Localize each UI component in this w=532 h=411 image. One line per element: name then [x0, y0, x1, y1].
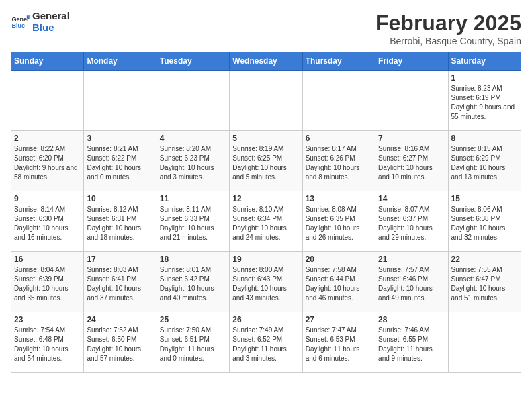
day-number: 23 — [14, 315, 81, 324]
day-info: Sunrise: 8:01 AM Sunset: 6:42 PM Dayligh… — [160, 265, 226, 303]
day-number: 3 — [87, 134, 153, 143]
logo-blue: Blue — [32, 22, 70, 34]
day-info: Sunrise: 8:07 AM Sunset: 6:37 PM Dayligh… — [378, 205, 445, 242]
col-header-wednesday: Wednesday — [230, 52, 302, 71]
day-info: Sunrise: 7:54 AM Sunset: 6:48 PM Dayligh… — [14, 326, 81, 363]
calendar-cell: 22Sunrise: 7:55 AM Sunset: 6:47 PM Dayli… — [448, 252, 521, 312]
day-number: 1 — [451, 73, 518, 83]
day-number: 2 — [14, 134, 81, 143]
day-info: Sunrise: 7:58 AM Sunset: 6:44 PM Dayligh… — [306, 265, 372, 303]
day-number: 24 — [87, 315, 153, 324]
calendar-cell: 15Sunrise: 8:06 AM Sunset: 6:38 PM Dayli… — [448, 191, 521, 252]
col-header-thursday: Thursday — [302, 52, 375, 71]
day-number: 13 — [306, 194, 372, 203]
calendar-cell — [157, 71, 229, 131]
day-number: 6 — [306, 134, 372, 143]
day-info: Sunrise: 8:00 AM Sunset: 6:43 PM Dayligh… — [232, 265, 299, 303]
col-header-monday: Monday — [84, 52, 157, 71]
day-number: 5 — [232, 134, 299, 143]
calendar-cell: 26Sunrise: 7:49 AM Sunset: 6:52 PM Dayli… — [230, 312, 302, 373]
calendar-week-row: 23Sunrise: 7:54 AM Sunset: 6:48 PM Dayli… — [11, 312, 521, 373]
day-info: Sunrise: 8:15 AM Sunset: 6:29 PM Dayligh… — [451, 144, 518, 182]
day-number: 26 — [232, 315, 299, 324]
calendar-cell: 23Sunrise: 7:54 AM Sunset: 6:48 PM Dayli… — [11, 312, 84, 373]
day-info: Sunrise: 8:21 AM Sunset: 6:22 PM Dayligh… — [87, 144, 153, 182]
day-info: Sunrise: 8:16 AM Sunset: 6:27 PM Dayligh… — [378, 144, 445, 182]
day-info: Sunrise: 8:03 AM Sunset: 6:41 PM Dayligh… — [87, 265, 153, 303]
day-info: Sunrise: 8:10 AM Sunset: 6:34 PM Dayligh… — [232, 205, 299, 242]
calendar-cell — [375, 71, 448, 131]
calendar-cell: 2Sunrise: 8:22 AM Sunset: 6:20 PM Daylig… — [11, 131, 84, 191]
day-number: 16 — [14, 255, 81, 264]
calendar-header-row: SundayMondayTuesdayWednesdayThursdayFrid… — [11, 52, 521, 71]
day-info: Sunrise: 8:08 AM Sunset: 6:35 PM Dayligh… — [306, 205, 372, 242]
calendar-cell: 21Sunrise: 7:57 AM Sunset: 6:46 PM Dayli… — [375, 252, 448, 312]
day-info: Sunrise: 7:55 AM Sunset: 6:47 PM Dayligh… — [451, 265, 518, 303]
calendar-week-row: 2Sunrise: 8:22 AM Sunset: 6:20 PM Daylig… — [11, 131, 521, 191]
calendar-cell — [230, 71, 302, 131]
col-header-friday: Friday — [375, 52, 448, 71]
day-number: 4 — [160, 134, 226, 143]
day-number: 22 — [451, 255, 518, 264]
day-info: Sunrise: 7:52 AM Sunset: 6:50 PM Dayligh… — [87, 326, 153, 363]
day-info: Sunrise: 7:46 AM Sunset: 6:55 PM Dayligh… — [378, 326, 445, 363]
day-info: Sunrise: 8:04 AM Sunset: 6:39 PM Dayligh… — [14, 265, 81, 303]
day-info: Sunrise: 7:47 AM Sunset: 6:53 PM Dayligh… — [306, 326, 372, 363]
day-number: 8 — [451, 134, 518, 143]
calendar-cell: 28Sunrise: 7:46 AM Sunset: 6:55 PM Dayli… — [375, 312, 448, 373]
calendar-cell: 4Sunrise: 8:20 AM Sunset: 6:23 PM Daylig… — [157, 131, 229, 191]
calendar-cell: 18Sunrise: 8:01 AM Sunset: 6:42 PM Dayli… — [157, 252, 229, 312]
page-header: General Blue General Blue February 2025 … — [11, 11, 521, 46]
day-info: Sunrise: 7:57 AM Sunset: 6:46 PM Dayligh… — [378, 265, 445, 303]
day-number: 7 — [378, 134, 445, 143]
calendar-cell: 24Sunrise: 7:52 AM Sunset: 6:50 PM Dayli… — [84, 312, 157, 373]
calendar-cell: 6Sunrise: 8:17 AM Sunset: 6:26 PM Daylig… — [302, 131, 375, 191]
day-info: Sunrise: 7:49 AM Sunset: 6:52 PM Dayligh… — [232, 326, 299, 363]
calendar-cell: 3Sunrise: 8:21 AM Sunset: 6:22 PM Daylig… — [84, 131, 157, 191]
logo-icon: General Blue — [11, 13, 30, 32]
day-info: Sunrise: 8:20 AM Sunset: 6:23 PM Dayligh… — [160, 144, 226, 182]
day-number: 27 — [306, 315, 372, 324]
calendar-cell: 16Sunrise: 8:04 AM Sunset: 6:39 PM Dayli… — [11, 252, 84, 312]
calendar-cell: 1Sunrise: 8:23 AM Sunset: 6:19 PM Daylig… — [448, 71, 521, 131]
calendar-cell: 25Sunrise: 7:50 AM Sunset: 6:51 PM Dayli… — [157, 312, 229, 373]
calendar-cell: 14Sunrise: 8:07 AM Sunset: 6:37 PM Dayli… — [375, 191, 448, 252]
day-number: 25 — [160, 315, 226, 324]
day-number: 12 — [232, 194, 299, 203]
day-number: 11 — [160, 194, 226, 203]
calendar-cell: 17Sunrise: 8:03 AM Sunset: 6:41 PM Dayli… — [84, 252, 157, 312]
calendar-cell: 9Sunrise: 8:14 AM Sunset: 6:30 PM Daylig… — [11, 191, 84, 252]
day-number: 17 — [87, 255, 153, 264]
logo-general: General — [32, 11, 70, 22]
calendar-cell — [11, 71, 84, 131]
day-number: 28 — [378, 315, 445, 324]
calendar-cell — [84, 71, 157, 131]
calendar-week-row: 9Sunrise: 8:14 AM Sunset: 6:30 PM Daylig… — [11, 191, 521, 252]
day-info: Sunrise: 8:14 AM Sunset: 6:30 PM Dayligh… — [14, 205, 81, 242]
location-subtitle: Berrobi, Basque Country, Spain — [375, 36, 521, 46]
day-info: Sunrise: 8:19 AM Sunset: 6:25 PM Dayligh… — [232, 144, 299, 182]
calendar-cell: 5Sunrise: 8:19 AM Sunset: 6:25 PM Daylig… — [230, 131, 302, 191]
col-header-sunday: Sunday — [11, 52, 84, 71]
day-number: 18 — [160, 255, 226, 264]
day-info: Sunrise: 8:22 AM Sunset: 6:20 PM Dayligh… — [14, 144, 81, 182]
day-number: 9 — [14, 194, 81, 203]
calendar-table: SundayMondayTuesdayWednesdayThursdayFrid… — [11, 52, 521, 373]
day-info: Sunrise: 8:17 AM Sunset: 6:26 PM Dayligh… — [306, 144, 372, 182]
svg-text:Blue: Blue — [11, 22, 25, 29]
day-number: 15 — [451, 194, 518, 203]
calendar-week-row: 1Sunrise: 8:23 AM Sunset: 6:19 PM Daylig… — [11, 71, 521, 131]
calendar-cell: 12Sunrise: 8:10 AM Sunset: 6:34 PM Dayli… — [230, 191, 302, 252]
logo: General Blue General Blue — [11, 11, 70, 33]
calendar-cell: 11Sunrise: 8:11 AM Sunset: 6:33 PM Dayli… — [157, 191, 229, 252]
calendar-cell — [302, 71, 375, 131]
calendar-cell: 7Sunrise: 8:16 AM Sunset: 6:27 PM Daylig… — [375, 131, 448, 191]
calendar-cell: 20Sunrise: 7:58 AM Sunset: 6:44 PM Dayli… — [302, 252, 375, 312]
day-number: 14 — [378, 194, 445, 203]
day-number: 19 — [232, 255, 299, 264]
col-header-tuesday: Tuesday — [157, 52, 229, 71]
day-number: 20 — [306, 255, 372, 264]
day-info: Sunrise: 8:11 AM Sunset: 6:33 PM Dayligh… — [160, 205, 226, 242]
day-info: Sunrise: 8:12 AM Sunset: 6:31 PM Dayligh… — [87, 205, 153, 242]
calendar-cell: 19Sunrise: 8:00 AM Sunset: 6:43 PM Dayli… — [230, 252, 302, 312]
